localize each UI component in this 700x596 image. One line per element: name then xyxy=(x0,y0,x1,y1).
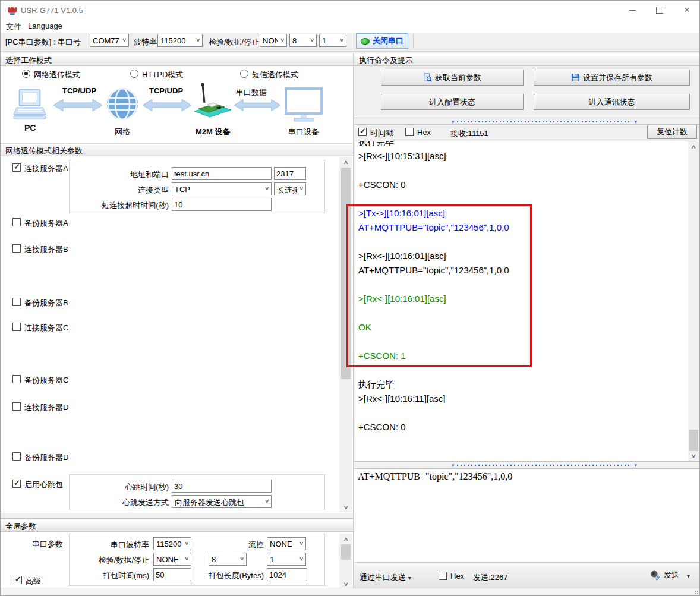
radio-sms-mode[interactable] xyxy=(240,70,248,78)
databits-select[interactable]: 8 xyxy=(289,34,317,47)
log-scrollbar[interactable] xyxy=(688,141,699,461)
checkbox-tx-hex[interactable] xyxy=(439,572,447,580)
scroll-up-icon[interactable] xyxy=(339,534,352,544)
send-text: AT+MQTTPUB="topic","123456",1,0,0 xyxy=(358,471,512,482)
reset-count-button[interactable]: 复位计数 xyxy=(647,125,697,139)
close-serial-button[interactable]: 关闭串口 xyxy=(356,33,408,49)
g-stopbits-select[interactable]: 1 xyxy=(267,553,306,566)
checkbox-rx-hex[interactable] xyxy=(405,128,414,136)
hb-time-label: 心跳时间(秒) xyxy=(72,482,169,493)
get-params-button[interactable]: 获取当前参数 xyxy=(381,70,524,86)
send-via-select[interactable]: 通过串口发送 xyxy=(360,572,411,583)
checkbox-backup-c[interactable] xyxy=(12,375,21,383)
log-line: AT+MQTTPUB="topic","123456",1,0,0 xyxy=(358,263,509,277)
checkbox-tx-hex-label: Hex xyxy=(450,572,464,581)
app-window: USR-G771 V1.0.5 × 文件 Language [PC串口参数] :… xyxy=(0,0,700,596)
receive-log[interactable]: 执行完毕>[Rx<-][10:15:31][asc] +CSCON: 0 >[T… xyxy=(355,141,700,462)
radio-httpd-mode[interactable] xyxy=(130,70,138,78)
checkbox-server-d[interactable] xyxy=(12,402,21,411)
conn-type-select[interactable]: TCP xyxy=(172,182,272,195)
log-line: >[Rx<-][10:16:01][asc] xyxy=(358,249,509,263)
timeout-input[interactable] xyxy=(172,198,272,211)
enter-comm-button[interactable]: 进入通讯状态 xyxy=(534,94,690,110)
scrollbar-thumb[interactable] xyxy=(341,168,351,379)
send-textarea[interactable]: AT+MQTTPUB="topic","123456",1,0,0 xyxy=(354,469,700,562)
checkbox-backup-c-label: 备份服务器C xyxy=(24,375,68,386)
enter-config-button[interactable]: 进入配置状态 xyxy=(381,94,524,110)
log-line: AT+MQTTPUB="topic","123456",1,0,0 xyxy=(358,220,509,235)
g-packlen-label: 打包长度(Bytes) xyxy=(203,570,264,581)
g-packlen-input[interactable] xyxy=(267,568,307,581)
conn-type-label: 连接类型 xyxy=(72,185,169,195)
g-flow-select[interactable]: NONE xyxy=(267,537,306,550)
scroll-up-icon[interactable] xyxy=(688,141,699,152)
checkbox-server-a[interactable] xyxy=(12,163,21,172)
resize-grip[interactable] xyxy=(694,590,699,595)
log-lines: 执行完毕>[Rx<-][10:15:31][asc] +CSCON: 0 >[T… xyxy=(358,141,509,434)
link-label-tcpudp-2: TCP/UDP xyxy=(149,86,183,95)
log-line xyxy=(358,277,509,292)
baud-label: 波特率 xyxy=(134,37,157,48)
log-line: 执行完毕 xyxy=(358,141,509,149)
scrollbar-thumb[interactable] xyxy=(341,544,351,560)
close-button[interactable]: × xyxy=(673,1,700,20)
globalparams-scrollbar[interactable] xyxy=(339,534,352,589)
receive-splitter[interactable] xyxy=(354,118,700,125)
port-input[interactable] xyxy=(274,167,306,180)
radio-net-mode[interactable] xyxy=(22,70,30,78)
baud-select[interactable]: 115200 xyxy=(157,34,203,47)
log-line: +CSCON: 0 xyxy=(358,420,509,434)
send-button[interactable]: 发送 xyxy=(650,570,690,581)
hb-mode-select[interactable]: 向服务器发送心跳包 xyxy=(172,495,272,508)
stopbits-select[interactable]: 1 xyxy=(319,34,346,47)
checkbox-server-c[interactable] xyxy=(12,323,21,331)
scroll-up-icon[interactable] xyxy=(339,157,352,167)
arrow-m2m-serial xyxy=(234,97,281,113)
arrow-pc-network xyxy=(53,97,103,113)
checkbox-advanced[interactable] xyxy=(14,576,22,584)
send-options-arrow-icon[interactable] xyxy=(687,571,690,580)
workmode-header: 选择工作模式 xyxy=(1,53,353,66)
log-line: +CSCON: 1 xyxy=(358,349,509,363)
netparams-scrollbar[interactable] xyxy=(339,157,352,512)
checkbox-timestamp-label: 时间戳 xyxy=(370,128,393,138)
checkbox-backup-d[interactable] xyxy=(12,452,21,461)
scrollbar-thumb[interactable] xyxy=(689,430,698,451)
addr-input[interactable] xyxy=(172,167,272,180)
checkbox-heartbeat[interactable] xyxy=(12,480,21,488)
minimize-button[interactable] xyxy=(619,1,646,20)
checkbox-timestamp[interactable] xyxy=(358,128,367,136)
g-baud-label: 串口波特率 xyxy=(72,540,149,550)
send-splitter[interactable] xyxy=(354,461,700,469)
port-label: [PC串口参数] : 串口号 xyxy=(5,37,81,48)
port-select[interactable]: COM77 xyxy=(90,34,129,47)
g-baud-select[interactable]: 115200 xyxy=(153,537,191,550)
checkbox-backup-a-label: 备份服务器A xyxy=(24,218,68,229)
link-label-serial-data: 串口数据 xyxy=(236,87,267,98)
scroll-down-icon[interactable] xyxy=(688,450,699,461)
checkbox-advanced-label: 高级 xyxy=(26,576,41,586)
arrow-network-m2m xyxy=(142,97,192,113)
parity-select[interactable]: NONI xyxy=(260,34,287,47)
menu-language[interactable]: Language xyxy=(28,21,62,30)
checkbox-server-b[interactable] xyxy=(12,244,21,253)
radio-sms-mode-label: 短信透传模式 xyxy=(252,70,298,80)
node-label-m2m: M2M 设备 xyxy=(196,127,231,137)
persist-select[interactable]: 长连接 xyxy=(274,182,306,195)
checkbox-backup-b[interactable] xyxy=(12,298,21,306)
g-databits-select[interactable]: 8 xyxy=(209,553,247,566)
checkbox-backup-d-label: 备份服务器D xyxy=(24,452,68,463)
splitter-handle[interactable] xyxy=(449,464,639,466)
maximize-button[interactable] xyxy=(646,1,673,20)
hb-time-input[interactable] xyxy=(172,480,272,493)
g-packtime-input[interactable] xyxy=(153,568,191,581)
set-save-params-button[interactable]: 设置并保存所有参数 xyxy=(534,70,690,86)
menu-file[interactable]: 文件 xyxy=(6,21,21,32)
scroll-down-icon[interactable] xyxy=(339,502,352,512)
splitter-handle[interactable] xyxy=(449,121,639,123)
checkbox-backup-a[interactable] xyxy=(12,218,21,226)
log-line: +CSCON: 0 xyxy=(358,178,509,192)
g-parity-select[interactable]: NONE xyxy=(153,553,191,566)
left-splitter[interactable] xyxy=(1,513,353,519)
log-line: >[Rx<-][10:16:11][asc] xyxy=(358,392,509,406)
